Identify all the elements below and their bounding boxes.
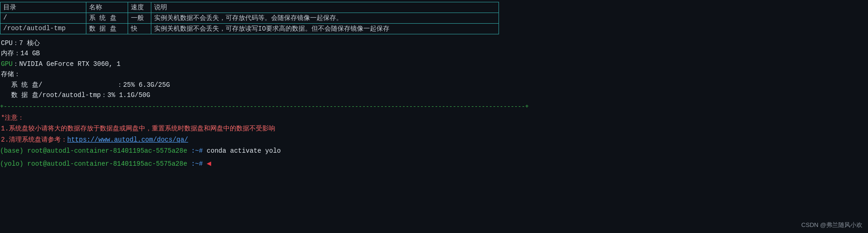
storage-sys-value: ：25% 6.3G/25G: [117, 81, 170, 89]
yolo-env-label: (yolo): [0, 160, 23, 168]
cursor-arrow-icon: ◀: [207, 160, 211, 168]
row1-speed: 一般: [128, 13, 151, 23]
storage-sys-label: 系 统 盘/: [11, 81, 42, 89]
col-header-description: 说明: [151, 2, 499, 13]
prompt-line-1: (base) root@autodl-container-81401195ac-…: [0, 145, 868, 157]
separator-line: +---------------------------------------…: [0, 103, 868, 110]
col-header-directory: 目录: [0, 2, 86, 13]
gpu-value: ：NVIDIA GeForce RTX 3060, 1: [13, 60, 120, 68]
notice-item-1: 1.系统盘较小请将大的数据存放于数据盘或网盘中，重置系统时数据盘和网盘中的数据不…: [0, 123, 868, 135]
gpu-line: GPU：NVIDIA GeForce RTX 3060, 1: [0, 59, 868, 69]
storage-header-line: 存储：: [0, 69, 868, 79]
cpu-line: CPU：7 核心: [0, 38, 868, 48]
cpu-value: ：7 核心: [13, 39, 40, 47]
cpu-label: CPU: [1, 39, 13, 47]
row1-directory: /: [0, 13, 86, 23]
watermark: CSDN @弗兰随风小欢: [801, 221, 862, 229]
row2-directory: /root/autodl-tmp: [0, 24, 86, 34]
row2-description: 实例关机数据不会丢失，可存放读写IO要求高的数据。但不会随保存镜像一起保存: [151, 24, 499, 34]
row2-speed: 快: [128, 24, 151, 34]
storage-data-line: 数 据 盘/root/autodl-tmp：3% 1.1G/50G: [0, 90, 868, 100]
notice-title-text: *注意：: [1, 114, 24, 122]
prompt-line-2: (yolo) root@autodl-container-81401195ac-…: [0, 157, 868, 171]
memory-line: 内存：14 GB: [0, 48, 868, 58]
notice-title: *注意：: [0, 113, 868, 123]
notice-item-2: 2.清理系统盘请参考：https://www.autodl.com/docs/q…: [0, 135, 868, 146]
table-header-row: 目录 名称 速度 说明: [0, 2, 499, 13]
table-row: / 系 统 盘 一般 实例关机数据不会丢失，可存放代码等。会随保存镜像一起保存。: [0, 13, 499, 24]
system-info-section: CPU：7 核心 内存：14 GB GPU：NVIDIA GeForce RTX…: [0, 38, 868, 100]
path-2: :~#: [191, 160, 203, 168]
row1-name: 系 统 盘: [86, 13, 128, 23]
row1-description: 实例关机数据不会丢失，可存放代码等。会随保存镜像一起保存。: [151, 13, 499, 23]
terminal-window: 目录 名称 速度 说明 / 系 统 盘 一般 实例关机数据不会丢失，可存放代码等…: [0, 0, 868, 233]
memory-label: 内存: [1, 50, 14, 57]
storage-sys-line: 系 统 盘/：25% 6.3G/25G: [0, 80, 868, 90]
col-header-name: 名称: [86, 2, 128, 13]
base-env-label: (base): [0, 147, 23, 155]
user-host-text-2: root@autodl-container-81401195ac-5575a28…: [27, 160, 187, 168]
col-header-speed: 速度: [128, 2, 151, 13]
table-row: /root/autodl-tmp 数 据 盘 快 实例关机数据不会丢失，可存放读…: [0, 24, 499, 34]
user-host-text-1: root@autodl-container-81401195ac-5575a28…: [27, 147, 187, 155]
storage-data-label: 数 据 盘/root/autodl-tmp: [11, 91, 101, 99]
path-1: :~#: [191, 147, 203, 155]
notice-item2-link[interactable]: https://www.autodl.com/docs/qa/: [67, 136, 188, 143]
notice-item2-prefix: 2.清理系统盘请参考：: [1, 136, 67, 143]
command-1: conda activate yolo: [207, 147, 281, 155]
row2-name: 数 据 盘: [86, 24, 128, 34]
storage-table: 目录 名称 速度 说明 / 系 统 盘 一般 实例关机数据不会丢失，可存放代码等…: [0, 2, 499, 34]
storage-label: 存储：: [1, 71, 20, 78]
memory-value: ：14 GB: [14, 50, 40, 57]
notice-section: *注意： 1.系统盘较小请将大的数据存放于数据盘或网盘中，重置系统时数据盘和网盘…: [0, 113, 868, 145]
gpu-label: GPU: [1, 60, 13, 68]
storage-data-value: ：3% 1.1G/50G: [101, 91, 150, 99]
